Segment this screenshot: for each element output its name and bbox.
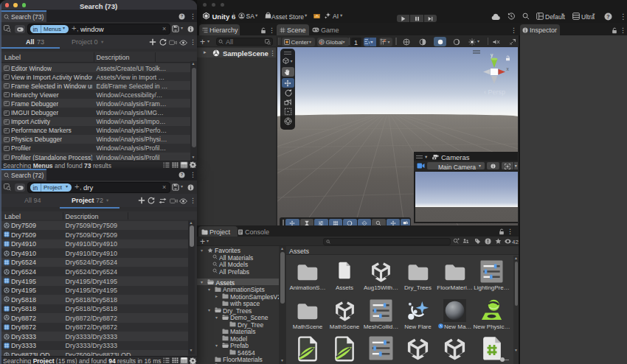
svg-text:y: y: [491, 52, 493, 58]
svg-text:x: x: [507, 66, 510, 71]
svg-text:?: ?: [606, 14, 609, 19]
